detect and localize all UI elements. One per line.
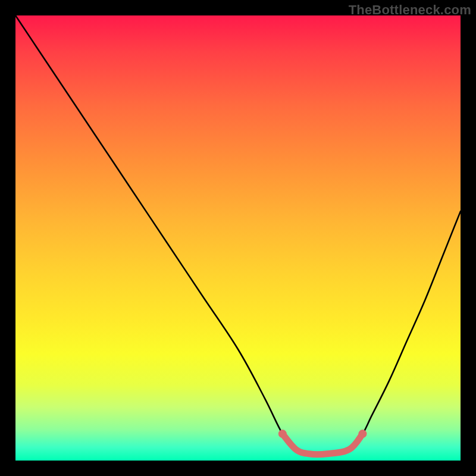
- chart-svg: [15, 15, 461, 461]
- watermark-text: TheBottleneck.com: [349, 2, 471, 18]
- chart-frame: TheBottleneck.com: [0, 0, 476, 476]
- highlight-dot-left: [278, 430, 287, 438]
- chart-plot-area: [15, 15, 461, 461]
- bottleneck-curve-line: [15, 15, 461, 455]
- highlight-dot-right: [358, 430, 367, 438]
- highlight-band-line: [283, 434, 363, 455]
